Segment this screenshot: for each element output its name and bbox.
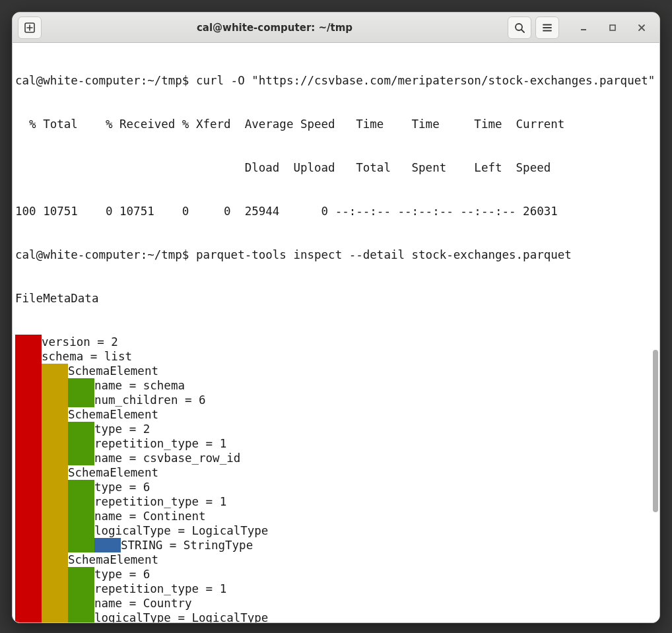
indent-bar-yellow xyxy=(42,393,68,407)
indent-bar-red xyxy=(15,552,42,567)
indent-bar-red xyxy=(15,494,42,509)
indent-bar-green xyxy=(68,523,94,538)
maximize-button[interactable] xyxy=(600,17,625,39)
tree-text: schema = list xyxy=(42,349,132,364)
tree-text: type = 6 xyxy=(94,567,150,582)
tree-line: repetition_type = 1 xyxy=(15,436,657,451)
indent-bar-red xyxy=(15,407,42,422)
indent-bar-green xyxy=(68,509,94,523)
tree-line: SchemaElement xyxy=(15,407,657,422)
tree-line: name = Continent xyxy=(15,509,657,523)
indent-bar-red xyxy=(15,509,42,523)
tree-text: name = schema xyxy=(94,378,185,393)
indent-bar-red xyxy=(15,611,42,622)
terminal-line: cal@white-computer:~/tmp$ curl -O "https… xyxy=(15,73,655,88)
indent-bar-green xyxy=(68,494,94,509)
tree-text: SchemaElement xyxy=(68,552,158,567)
maximize-icon xyxy=(608,23,617,32)
indent-bar-green xyxy=(68,393,94,407)
indent-bar-red xyxy=(15,465,42,480)
titlebar: cal@white-computer: ~/tmp xyxy=(13,13,659,43)
tree-line: type = 6 xyxy=(15,567,657,582)
indent-bar-red xyxy=(15,582,42,596)
indent-bar-yellow xyxy=(42,523,68,538)
tree-line: name = Country xyxy=(15,596,657,611)
scrollbar-thumb[interactable] xyxy=(653,350,658,512)
terminal-line: FileMetaData xyxy=(15,291,98,306)
indent-bar-yellow xyxy=(42,407,68,422)
terminal-line: Dload Upload Total Spent Left Speed xyxy=(15,160,551,175)
terminal-window: cal@white-computer: ~/tmp xyxy=(12,12,660,623)
tree-text: STRING = StringType xyxy=(121,538,253,552)
indent-bar-red xyxy=(15,378,42,393)
indent-bar-yellow xyxy=(42,422,68,436)
tree-text: logicalType = LogicalType xyxy=(94,611,268,622)
indent-bar-yellow xyxy=(42,582,68,596)
tree-line: logicalType = LogicalType xyxy=(15,523,657,538)
indent-bar-green xyxy=(68,436,94,451)
search-button[interactable] xyxy=(508,17,531,39)
indent-bar-yellow xyxy=(42,509,68,523)
tree-line: version = 2 xyxy=(15,335,657,349)
indent-bar-yellow xyxy=(42,480,68,494)
tree-text: SchemaElement xyxy=(68,465,158,480)
indent-bar-red xyxy=(15,349,42,364)
tree-text: name = Continent xyxy=(94,509,206,523)
minimize-button[interactable] xyxy=(571,17,596,39)
minimize-icon xyxy=(579,23,588,32)
tree-text: name = Country xyxy=(94,596,192,611)
tree-line: repetition_type = 1 xyxy=(15,494,657,509)
indent-bar-yellow xyxy=(42,567,68,582)
search-icon xyxy=(514,22,525,34)
indent-bar-green xyxy=(68,567,94,582)
hamburger-icon xyxy=(541,22,553,34)
menu-button[interactable] xyxy=(535,17,559,39)
tree-text: SchemaElement xyxy=(68,364,158,378)
tree-line: logicalType = LogicalType xyxy=(15,611,657,622)
tree-line: SchemaElement xyxy=(15,364,657,378)
tree-text: type = 2 xyxy=(94,422,150,436)
terminal-body[interactable]: cal@white-computer:~/tmp$ curl -O "https… xyxy=(13,43,659,622)
indent-bar-green xyxy=(68,422,94,436)
indent-bar-green xyxy=(68,378,94,393)
indent-bar-red xyxy=(15,567,42,582)
indent-bar-yellow xyxy=(42,436,68,451)
indent-bar-yellow xyxy=(42,552,68,567)
indent-bar-red xyxy=(15,451,42,465)
tree-line: num_children = 6 xyxy=(15,393,657,407)
close-button[interactable] xyxy=(629,17,654,39)
indent-bar-yellow xyxy=(42,538,68,552)
scrollbar[interactable] xyxy=(652,43,659,622)
terminal-line: cal@white-computer:~/tmp$ parquet-tools … xyxy=(15,248,572,262)
indent-bar-green xyxy=(68,611,94,622)
indent-bar-green xyxy=(68,582,94,596)
indent-bar-red xyxy=(15,393,42,407)
indent-bar-red xyxy=(15,335,42,349)
window-title: cal@white-computer: ~/tmp xyxy=(46,22,504,34)
indent-bar-green xyxy=(68,596,94,611)
indent-bar-red xyxy=(15,480,42,494)
tree-line: schema = list xyxy=(15,349,657,364)
tree-line: STRING = StringType xyxy=(15,538,657,552)
new-tab-button[interactable] xyxy=(18,17,42,39)
tree-text: type = 6 xyxy=(94,480,150,494)
terminal-line: 100 10751 0 10751 0 0 25944 0 --:--:-- -… xyxy=(15,204,558,218)
tree-text: repetition_type = 1 xyxy=(94,494,226,509)
indent-bar-green xyxy=(68,480,94,494)
tree-line: SchemaElement xyxy=(15,465,657,480)
indent-bar-red xyxy=(15,436,42,451)
plus-square-icon xyxy=(24,22,36,34)
svg-rect-2 xyxy=(610,25,615,30)
indent-bar-green xyxy=(68,538,94,552)
indent-bar-yellow xyxy=(42,611,68,622)
tree-text: SchemaElement xyxy=(68,407,158,422)
tree-text: repetition_type = 1 xyxy=(94,436,226,451)
indent-bar-blue xyxy=(94,538,121,552)
indent-bar-yellow xyxy=(42,596,68,611)
indent-bar-red xyxy=(15,596,42,611)
tree-text: logicalType = LogicalType xyxy=(94,523,268,538)
tree-line: SchemaElement xyxy=(15,552,657,567)
tree-line: type = 6 xyxy=(15,480,657,494)
tree-line: type = 2 xyxy=(15,422,657,436)
indent-bar-yellow xyxy=(42,378,68,393)
